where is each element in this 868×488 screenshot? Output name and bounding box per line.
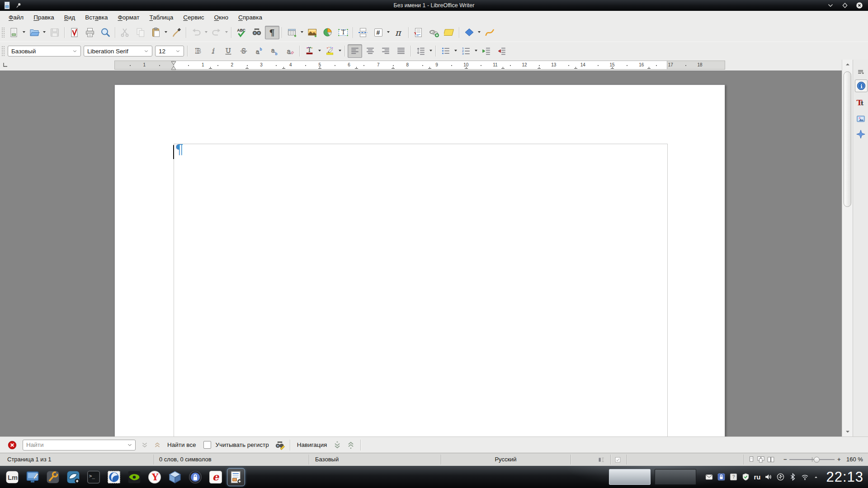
navigate-up-button[interactable] xyxy=(346,440,356,450)
new-document-button[interactable] xyxy=(7,26,26,39)
font-size-combo-dropdown[interactable] xyxy=(175,49,180,54)
align-right-button[interactable] xyxy=(378,44,393,58)
scroll-up-button[interactable] xyxy=(843,60,853,69)
word-count-status[interactable]: 0 слов, 0 символов xyxy=(159,453,212,466)
close-find-bar-button[interactable] xyxy=(7,440,17,450)
sidebar-sidebar-settings-button[interactable] xyxy=(855,66,867,78)
scroll-down-button[interactable] xyxy=(843,427,853,436)
insert-formula-button[interactable]: π xyxy=(392,26,406,39)
zoom-out-button[interactable]: − xyxy=(783,453,787,466)
dropdown-arrow-icon[interactable] xyxy=(301,31,303,33)
writer-window-icon[interactable] xyxy=(3,1,12,12)
taskbar-nvidia-settings-button[interactable] xyxy=(126,469,143,486)
sidebar-navigator-button[interactable] xyxy=(855,128,867,140)
font-color-button[interactable]: T xyxy=(302,44,322,58)
dropdown-arrow-icon[interactable] xyxy=(205,31,208,33)
print-preview-button[interactable] xyxy=(98,26,113,39)
bold-button[interactable]: B xyxy=(190,44,205,58)
ruler-right-margin[interactable] xyxy=(667,61,725,69)
workspace-2-switcher[interactable] xyxy=(655,469,696,485)
insert-hyperlink-button[interactable] xyxy=(427,26,441,39)
basic-shapes-button[interactable] xyxy=(462,26,481,39)
increase-indent-button[interactable] xyxy=(479,44,494,58)
workspace-1-switcher[interactable] xyxy=(609,469,651,485)
paste-button[interactable] xyxy=(149,26,168,39)
vertical-scrollbar[interactable] xyxy=(842,60,853,436)
dropdown-arrow-icon[interactable] xyxy=(225,31,228,33)
menu-item-справка[interactable]: Справка xyxy=(233,12,267,23)
navigation-button[interactable]: Навигация xyxy=(297,441,327,448)
taskbar-wireshark-button[interactable] xyxy=(65,469,82,486)
insert-comment-button[interactable] xyxy=(442,26,457,39)
superscript-button[interactable]: ab xyxy=(252,44,266,58)
justify-button[interactable] xyxy=(394,44,408,58)
tray-keepass-tray-button[interactable] xyxy=(717,473,726,481)
find-next-button[interactable] xyxy=(140,441,149,450)
taskbar-mint-menu-button[interactable]: Lm xyxy=(4,469,21,486)
page-number-status[interactable]: Страница 1 из 1 xyxy=(7,453,51,466)
menu-item-формат[interactable]: Формат xyxy=(113,12,144,23)
search-input[interactable] xyxy=(23,441,126,448)
tray-mail-button[interactable] xyxy=(705,473,713,481)
subscript-button[interactable]: ab xyxy=(267,44,282,58)
menu-item-вставка[interactable]: Вставка xyxy=(80,12,113,23)
open-button[interactable] xyxy=(27,26,47,39)
minimize-button[interactable] xyxy=(826,0,835,10)
taskbar-yandex-browser-button[interactable]: Y xyxy=(146,469,163,486)
dropdown-arrow-icon[interactable] xyxy=(454,50,457,52)
toolbar-grip[interactable] xyxy=(1,27,5,38)
zoom-in-button[interactable]: + xyxy=(837,453,841,466)
zoom-percentage[interactable]: 160 % xyxy=(846,453,863,466)
strikethrough-button[interactable]: S xyxy=(236,44,251,58)
close-button[interactable] xyxy=(854,0,864,10)
dropdown-arrow-icon[interactable] xyxy=(165,31,167,33)
clone-formatting-button[interactable] xyxy=(169,26,184,39)
insert-table-button[interactable] xyxy=(285,26,304,39)
taskbar-e-app-button[interactable]: e xyxy=(207,469,224,486)
tray-volume-button[interactable] xyxy=(764,473,773,481)
insert-image-button[interactable] xyxy=(305,26,320,39)
menu-item-файл[interactable]: Файл xyxy=(4,12,28,23)
dropdown-arrow-icon[interactable] xyxy=(23,31,25,33)
page-style-status[interactable]: Базовый xyxy=(315,453,339,466)
paragraph-style-combo-dropdown[interactable] xyxy=(72,49,77,54)
font-name-combo-dropdown[interactable] xyxy=(144,49,149,54)
taskbar-libreoffice-writer-button[interactable] xyxy=(227,469,245,486)
insert-field-button[interactable]: # xyxy=(371,26,391,39)
dropdown-arrow-icon[interactable] xyxy=(318,50,321,52)
document-page[interactable]: ¶ xyxy=(114,84,725,436)
indent-marker[interactable] xyxy=(171,61,176,71)
find-previous-button[interactable] xyxy=(153,441,162,450)
menu-item-окно[interactable]: Окно xyxy=(209,12,233,23)
taskbar-keepass-button[interactable] xyxy=(187,469,204,486)
dropdown-arrow-icon[interactable] xyxy=(475,50,477,52)
find-and-replace-icon[interactable] xyxy=(274,440,285,450)
underline-button[interactable]: U xyxy=(221,44,236,58)
menu-item-сервис[interactable]: Сервис xyxy=(178,12,209,23)
tray-bluetooth-button[interactable] xyxy=(788,473,797,481)
taskbar-clock[interactable]: 22:13 xyxy=(823,469,863,485)
tray-usb-button[interactable] xyxy=(776,473,785,481)
formatting-marks-button[interactable]: ¶ xyxy=(265,26,279,39)
taskbar-thunderbird-button[interactable] xyxy=(105,469,123,486)
menu-item-таблица[interactable]: Таблица xyxy=(144,12,178,23)
font-size-combo[interactable]: 12 xyxy=(155,46,184,56)
tray-keyboard-layout-button[interactable]: ru xyxy=(754,473,760,481)
menu-item-вид[interactable]: Вид xyxy=(59,12,80,23)
dropdown-arrow-icon[interactable] xyxy=(429,50,432,52)
align-left-button[interactable] xyxy=(348,44,362,58)
page-break-button[interactable] xyxy=(356,26,370,39)
tray-wifi-button[interactable] xyxy=(801,473,809,481)
draw-functions-button[interactable] xyxy=(482,26,497,39)
export-pdf-button[interactable] xyxy=(67,26,82,39)
taskbar-terminal-button[interactable]: >_ xyxy=(85,469,102,486)
insert-textbox-button[interactable]: T xyxy=(336,26,350,39)
sidebar-gallery-button[interactable] xyxy=(855,113,867,125)
search-combobox[interactable] xyxy=(23,440,136,450)
tray-help-button[interactable]: ? xyxy=(729,473,738,481)
italic-button[interactable]: i xyxy=(206,44,220,58)
tray-tray-expand-button[interactable] xyxy=(813,474,819,480)
paragraph-style-combo[interactable]: Базовый xyxy=(8,46,81,56)
toolbar-grip[interactable] xyxy=(1,45,5,57)
zoom-slider-thumb[interactable] xyxy=(814,457,820,463)
